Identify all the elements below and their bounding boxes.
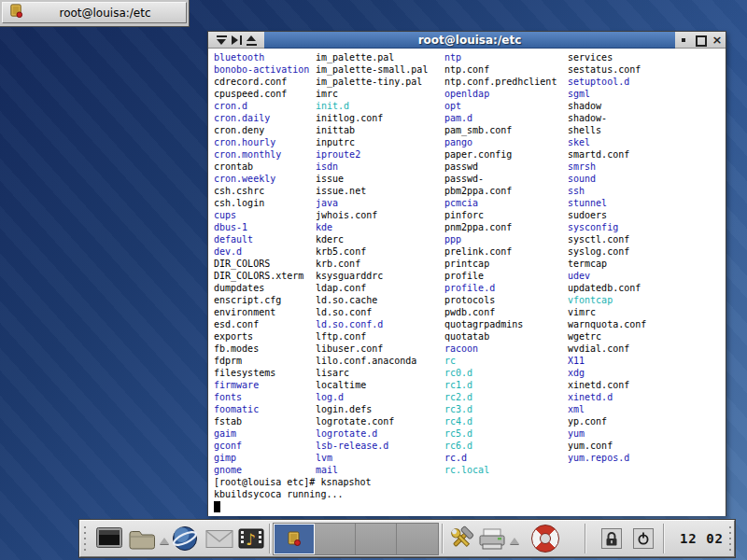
konsole-icon (286, 530, 303, 547)
printer-icon (478, 527, 506, 551)
file-entry: mail (316, 464, 428, 476)
panel-grip-left[interactable] (83, 525, 89, 553)
file-entry: issue (316, 173, 428, 185)
settings-launcher[interactable] (446, 523, 476, 554)
home-folder-launcher[interactable] (128, 523, 158, 554)
file-entry: cron.deny (214, 124, 309, 136)
file-entry: log.d (316, 391, 428, 403)
globe-icon (171, 525, 199, 553)
panel-separator (663, 524, 665, 553)
file-entry: lisarc (316, 367, 428, 379)
window-titlebar[interactable]: root@louisa:/etc × (208, 32, 726, 49)
terminal-column-3: ntpntp.confntp.conf.predhclientopenldapo… (444, 51, 557, 476)
window-menu-icon[interactable] (216, 35, 228, 46)
web-browser-launcher[interactable] (170, 523, 200, 554)
maximize-icon[interactable] (695, 35, 707, 46)
file-entry: sysconfig (568, 221, 646, 233)
logout-button[interactable] (633, 528, 654, 549)
file-entry: racoon (444, 343, 557, 355)
file-entry: gnome (214, 464, 309, 476)
file-entry: syslog.conf (568, 245, 646, 258)
pager-desktop-2[interactable] (315, 524, 356, 554)
window-title-area[interactable]: root@louisa:/etc (264, 32, 675, 49)
file-entry: im_palette.pal (316, 51, 428, 63)
file-entry: printcap (444, 258, 557, 270)
file-entry: lilo.conf.anaconda (316, 355, 428, 367)
file-entry: cron.d (214, 100, 309, 112)
file-entry: wvdial.conf (568, 343, 646, 355)
terminal-launcher[interactable] (94, 523, 124, 554)
file-entry: bonobo-activation (214, 63, 309, 76)
file-entry: ntp.conf.predhclient (444, 76, 557, 88)
file-entry: environment (214, 306, 309, 318)
file-entry: inputrc (316, 136, 428, 148)
file-entry: shadow (568, 100, 646, 112)
file-entry: pcmcia (444, 197, 557, 209)
pager-desktop-3[interactable] (356, 524, 397, 554)
file-entry: passwd- (444, 173, 557, 185)
desktop[interactable]: root@louisa:/etc root@louisa:/etc × [roo… (0, 0, 747, 560)
file-entry: fonts (214, 391, 309, 403)
folder-icon (128, 527, 156, 551)
file-entry: ntp (444, 51, 557, 63)
file-entry: setuptool.d (568, 76, 646, 88)
file-entry: kderc (316, 233, 428, 245)
detach-icon[interactable] (231, 35, 243, 46)
file-entry: rc (444, 355, 557, 367)
file-entry: sysctl.conf (568, 233, 646, 245)
file-entry: rc0.d (444, 367, 557, 379)
panel-separator (269, 524, 271, 553)
multimedia-icon: ♪ (237, 526, 265, 552)
file-entry: bluetooth (214, 51, 309, 63)
svg-text:♪: ♪ (246, 530, 256, 549)
file-entry: logrotate.d (316, 427, 428, 440)
taskbar-window-button[interactable]: root@louisa:/etc (2, 2, 187, 23)
file-entry: sestatus.conf (568, 63, 646, 76)
file-entry: pnm2ppa.conf (444, 221, 557, 233)
pager-desktop-1[interactable] (274, 524, 315, 554)
file-entry: inittab (316, 124, 428, 136)
panel-clock[interactable]: 12 02 (680, 531, 724, 546)
file-entry: services (568, 51, 646, 63)
file-entry: termcap (568, 258, 646, 270)
file-entry: sound (568, 173, 646, 185)
help-launcher[interactable] (531, 523, 561, 554)
terminal-output[interactable]: [root@louisa etc]# ksnapshot kbuildsycoc… (208, 49, 726, 516)
file-entry: logrotate.conf (316, 415, 428, 427)
file-entry: DIR_COLORS (214, 258, 309, 270)
file-entry: gimp (214, 452, 309, 464)
mail-launcher[interactable] (204, 523, 234, 554)
shade-icon[interactable] (246, 35, 258, 46)
printer-popup-arrow[interactable] (509, 533, 520, 544)
file-entry: exports (214, 330, 309, 343)
file-entry: rc5.d (444, 427, 557, 440)
close-icon[interactable]: × (712, 35, 724, 46)
pager-desktop-4[interactable] (397, 524, 438, 554)
minimize-icon[interactable] (678, 35, 690, 46)
lifering-icon (531, 525, 559, 553)
file-entry: ksysguarddrc (316, 270, 428, 282)
folder-popup-arrow[interactable] (159, 533, 170, 544)
panel-grip-right[interactable] (728, 525, 734, 553)
file-entry: wgetrc (568, 330, 646, 343)
file-entry: yum (568, 427, 646, 440)
power-icon (636, 531, 651, 546)
desktop-pager (273, 523, 439, 555)
file-entry: java (316, 197, 428, 209)
taskbar: root@louisa:/etc (0, 0, 190, 27)
file-entry: rc6.d (444, 440, 557, 452)
file-entry: cdrecord.conf (214, 76, 309, 88)
file-entry: quotagrpadmins (444, 318, 557, 330)
multimedia-launcher[interactable]: ♪ (237, 523, 267, 554)
file-entry: smartd.conf (568, 148, 646, 161)
file-entry: shadow- (568, 112, 646, 124)
file-entry: cron.weekly (214, 173, 309, 185)
file-entry: ldap.conf (316, 282, 428, 294)
file-entry: skel (568, 136, 646, 148)
lock-session-button[interactable] (601, 528, 622, 549)
titlebar-left-buttons (208, 32, 264, 49)
file-entry: xinetd.conf (568, 379, 646, 391)
printer-launcher[interactable] (477, 523, 507, 554)
panel-separator (585, 524, 586, 553)
file-entry: sgml (568, 88, 646, 100)
